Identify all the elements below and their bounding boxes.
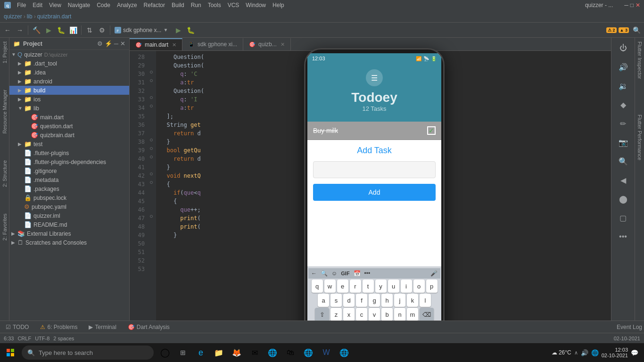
breadcrumb-file[interactable]: quizbrain.dart [37, 13, 72, 20]
kb-calendar-icon[interactable]: 📅 [354, 270, 361, 277]
tree-item-android[interactable]: ▶ 📁 android [9, 77, 129, 86]
status-crlf[interactable]: CRLF [17, 336, 31, 341]
tree-item-readme[interactable]: ▶ 📄 README.md [9, 220, 129, 229]
taskbar-other[interactable]: 🌐 [336, 344, 353, 361]
tree-item-main[interactable]: ▶ 🎯 main.dart [9, 113, 129, 122]
tree-item-idea[interactable]: ▶ 📁 .idea [9, 68, 129, 77]
tab-main-dart-close[interactable]: ✕ [172, 42, 176, 48]
key-s[interactable]: s [330, 294, 342, 307]
taskbar-notifications[interactable]: 💬 [631, 349, 638, 356]
key-g[interactable]: g [369, 294, 380, 307]
taskbar-folder[interactable]: 📁 [210, 344, 227, 361]
home-btn[interactable]: ⬤ [615, 190, 632, 207]
key-u[interactable]: u [388, 280, 399, 293]
tab-todo[interactable]: ☑ TODO [2, 323, 33, 331]
kb-mic-icon[interactable]: 🎤 [430, 270, 438, 277]
toolbar-debug2[interactable]: 🐛 [185, 25, 196, 36]
key-k[interactable]: k [407, 294, 418, 307]
tree-item-quizbrain[interactable]: ▶ 🎯 quizbrain.dart [9, 131, 129, 140]
error-count[interactable]: ▲ 3 [619, 27, 629, 33]
kb-emoji-icon[interactable]: ☺ [331, 270, 337, 277]
key-r[interactable]: r [350, 280, 361, 293]
toolbar-settings[interactable]: ⚙ [96, 25, 107, 36]
kb-back-icon[interactable]: ← [311, 270, 317, 277]
run-config-arrow[interactable]: ▼ [163, 27, 168, 33]
tree-item-gitignore[interactable]: ▶ 📄 .gitignore [9, 166, 129, 175]
key-t[interactable]: t [363, 280, 374, 293]
tree-item-scratches[interactable]: ▶ 🗒 Scratches and Consoles [9, 238, 129, 247]
taskbar-cortana[interactable]: ◯ [157, 344, 173, 361]
key-i[interactable]: i [401, 280, 412, 293]
add-task-button[interactable]: Add [313, 184, 436, 201]
key-e[interactable]: e [337, 280, 348, 293]
key-a[interactable]: a [318, 294, 329, 307]
toolbar-search[interactable]: 🔍 [631, 25, 642, 36]
status-line-col[interactable]: 6:33 [4, 336, 14, 341]
tab-dart-analysis[interactable]: 🎯 Dart Analysis [124, 323, 173, 331]
tab-quizb-close[interactable]: ✕ [281, 41, 285, 48]
event-log-btn[interactable]: Event Log [617, 324, 642, 330]
tab-problems[interactable]: ⚠ 6: Problems [36, 323, 81, 331]
taskbar-word[interactable]: W [318, 344, 335, 361]
menu-help[interactable]: Help [270, 1, 287, 9]
more-btn[interactable]: ••• [615, 228, 632, 245]
key-j[interactable]: j [394, 294, 405, 307]
toolbar-debug[interactable]: 🐛 [55, 25, 66, 36]
run-config-label[interactable]: sdk gphone x... [123, 27, 161, 33]
status-date[interactable]: 02-10-2021 [614, 336, 640, 341]
tab-main-dart[interactable]: 🎯 main.dart ✕ [130, 38, 182, 50]
taskbar-firefox[interactable]: 🦊 [228, 344, 245, 361]
menu-refactor[interactable]: Refactor [141, 1, 168, 9]
tab-project[interactable]: 1: Project [0, 38, 9, 67]
key-n[interactable]: n [394, 308, 405, 321]
back-btn[interactable]: ◀ [615, 172, 632, 189]
maximize-btn[interactable]: □ [630, 2, 634, 8]
tree-item-flutter-plugins[interactable]: ▶ 📄 .flutter-plugins [9, 148, 129, 157]
key-y[interactable]: y [375, 280, 387, 293]
menu-run[interactable]: Run [188, 1, 204, 9]
tab-structure[interactable]: 2: Structure [0, 156, 9, 191]
tab-terminal[interactable]: ▶ Terminal [85, 323, 120, 331]
sidebar-action-settings[interactable]: ⚡ [105, 40, 112, 47]
status-encoding[interactable]: UTF-8 [35, 336, 50, 341]
taskbar-task-view[interactable]: ⊞ [174, 344, 191, 361]
tree-item-packages[interactable]: ▶ 📄 .packages [9, 184, 129, 193]
breadcrumb-lib[interactable]: lib [27, 13, 33, 20]
flutter-inspector-tab[interactable]: Flutter Inspector [635, 38, 644, 82]
kb-search-icon[interactable]: 🔍 [321, 270, 328, 277]
sidebar-action-gear[interactable]: ⚙ [97, 40, 103, 47]
menu-file[interactable]: File [14, 1, 29, 9]
taskbar-volume[interactable]: 🔊 [581, 349, 588, 356]
taskbar-edge[interactable]: e [192, 344, 209, 361]
tree-item-pubspeclock[interactable]: ▶ 🔒 pubspec.lock [9, 193, 129, 202]
close-btn[interactable]: ✕ [636, 2, 640, 8]
toolbar-run[interactable]: ▶ [43, 25, 54, 36]
key-m[interactable]: m [407, 308, 418, 321]
key-w[interactable]: w [324, 280, 336, 293]
sidebar-action-close[interactable]: ✕ [120, 40, 125, 47]
taskbar-chrome[interactable]: 🌐 [264, 344, 281, 361]
toolbar-build[interactable]: 🔨 [31, 25, 42, 36]
toolbar-reformat[interactable]: ⇅ [84, 25, 95, 36]
tree-item-darttool[interactable]: ▶ 📁 .dart_tool [9, 59, 129, 68]
key-c[interactable]: c [356, 308, 367, 321]
menu-analyze[interactable]: Analyze [114, 1, 140, 9]
key-z[interactable]: z [330, 308, 342, 321]
menu-vcs[interactable]: VCS [225, 1, 242, 9]
toolbar-run2[interactable]: ▶ [173, 25, 184, 36]
zoom-btn[interactable]: 🔍 [615, 153, 632, 170]
key-backspace[interactable]: ⌫ [420, 308, 434, 321]
warning-count[interactable]: ⚠ 2 [606, 27, 617, 33]
tree-item-flutter-plugins-deps[interactable]: ▶ 📄 .flutter-plugins-dependencies [9, 157, 129, 166]
minimize-btn[interactable]: ─ [624, 2, 628, 8]
key-q[interactable]: q [312, 280, 323, 293]
tree-item-pubspecyaml[interactable]: ▶ ⚙ pubspec.yaml [9, 202, 129, 211]
taskbar-network[interactable]: 🌐 [591, 349, 599, 356]
menu-code[interactable]: Code [94, 1, 113, 9]
taskbar-clock[interactable]: 12:03 02-10-2021 [602, 347, 628, 358]
start-button[interactable] [2, 344, 19, 361]
tree-item-test[interactable]: ▶ 📁 test [9, 140, 129, 148]
toolbar-coverage[interactable]: 📊 [67, 25, 79, 36]
key-v[interactable]: v [369, 308, 380, 321]
tree-item-quizzer[interactable]: ▼ Q quizzer D:\quizzer [9, 50, 129, 59]
